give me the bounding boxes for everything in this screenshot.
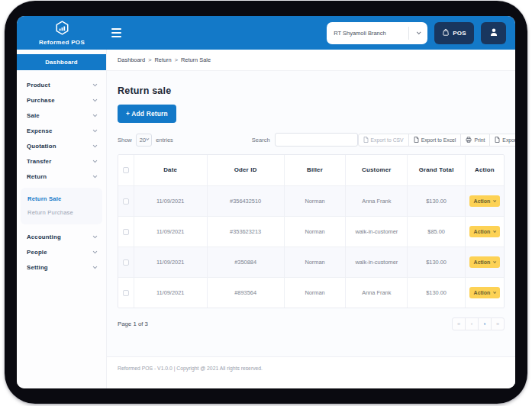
next-page-button[interactable]: › <box>478 317 492 330</box>
sidebar-item-sale[interactable]: Sale <box>17 108 106 123</box>
action-button[interactable]: Action <box>469 195 501 207</box>
cell-order-id: #350884 <box>207 246 284 277</box>
menu-toggle-icon[interactable] <box>111 28 121 37</box>
table-row: 11/09/2021 #350884 Norman walk-in-custom… <box>118 246 504 277</box>
select-all-checkbox[interactable] <box>123 167 129 173</box>
chevron-down-icon <box>493 229 496 232</box>
sidebar: Dashboard Product Purchase Sale Expense <box>17 50 107 388</box>
pagination-status: Page 1 of 3 <box>118 321 148 327</box>
cell-grand-total: $130.00 <box>408 246 466 277</box>
cell-date: 11/09/2021 <box>134 277 207 308</box>
column-header-customer: Customer <box>346 155 408 185</box>
page-title: Return sale <box>118 85 505 96</box>
sidebar-return-submenu: Return Sale Return Purchase <box>21 188 102 224</box>
column-header-action: Action <box>465 155 504 185</box>
cell-customer: walk-in-customer <box>346 246 408 277</box>
chevron-down-icon <box>93 159 97 163</box>
export-button-group: Export to CSV Export to Excel Print <box>358 134 515 147</box>
cell-biller: Norman <box>284 185 346 216</box>
action-button[interactable]: Action <box>469 226 501 237</box>
cell-biller: Norman <box>284 246 346 277</box>
user-avatar-button[interactable] <box>481 22 506 44</box>
breadcrumb-separator: > <box>175 56 178 63</box>
chevron-down-icon <box>93 250 97 253</box>
app-footer: Reformed POS - V1.0.0 | Copyright @ 2021… <box>107 356 515 388</box>
cell-order-id: #893564 <box>207 277 284 308</box>
user-icon <box>489 27 498 38</box>
sidebar-item-dashboard[interactable]: Dashboard <box>17 54 106 70</box>
export-excel-button[interactable]: Export to Excel <box>408 134 462 147</box>
breadcrumb-item-dashboard[interactable]: Dashboard <box>118 56 145 63</box>
sidebar-item-people[interactable]: People <box>17 244 106 259</box>
first-page-button[interactable]: « <box>452 317 466 330</box>
entries-select[interactable]: 20 <box>136 134 153 147</box>
entries-label: entries <box>156 137 173 143</box>
brand: Reformed POS <box>17 21 107 46</box>
chevron-down-icon <box>493 259 496 263</box>
cell-customer: Anna Frank <box>346 277 408 308</box>
cell-date: 11/09/2021 <box>134 185 207 216</box>
pos-button-label: POS <box>453 30 466 37</box>
chevron-down-icon <box>493 290 496 293</box>
entries-select-value: 20 <box>140 137 146 143</box>
cell-grand-total: $130.00 <box>408 185 466 216</box>
file-icon <box>414 137 419 143</box>
file-icon <box>363 137 369 143</box>
file-icon <box>495 137 500 143</box>
chevron-down-icon <box>93 98 97 102</box>
shopping-bag-icon <box>442 28 450 37</box>
sidebar-item-transfer[interactable]: Transfer <box>17 153 106 169</box>
row-checkbox[interactable] <box>123 259 129 266</box>
breadcrumb: Dashboard > Return > Return Sale <box>107 50 515 71</box>
add-return-button[interactable]: + Add Return <box>118 105 176 123</box>
row-checkbox[interactable] <box>123 198 129 205</box>
action-button[interactable]: Action <box>469 256 501 268</box>
branch-select-value: RT Shyamoli Branch <box>327 30 408 37</box>
sidebar-item-setting[interactable]: Setting <box>17 259 106 275</box>
row-checkbox[interactable] <box>123 290 129 296</box>
print-button[interactable]: Print <box>460 134 490 147</box>
table-row: 11/09/2021 #356432510 Norman Anna Frank … <box>118 185 504 216</box>
cell-biller: Norman <box>284 277 346 308</box>
export-csv-button[interactable]: Export to CSV <box>358 134 409 147</box>
column-header-order-id: Oder ID <box>207 155 284 185</box>
copyright-text: Reformed POS - V1.0.0 | Copyright @ 2021… <box>118 366 263 371</box>
pos-button[interactable]: POS <box>434 22 474 44</box>
show-label: Show <box>118 137 132 143</box>
breadcrumb-item-return[interactable]: Return <box>154 56 171 63</box>
search-input[interactable] <box>275 133 358 147</box>
column-header-biller: Biller <box>284 155 346 185</box>
cell-customer: walk-in-customer <box>346 216 408 246</box>
cell-date: 11/09/2021 <box>134 246 207 277</box>
chevron-down-icon <box>493 198 496 201</box>
export-pdf-button[interactable]: Export to PDF <box>489 134 515 147</box>
sidebar-item-product[interactable]: Product <box>17 77 106 92</box>
action-button[interactable]: Action <box>469 287 501 298</box>
sidebar-item-expense[interactable]: Expense <box>17 123 106 138</box>
cell-grand-total: $85.00 <box>408 216 466 246</box>
app-header: Reformed POS RT Shyamoli Branch POS <box>17 16 515 50</box>
sidebar-item-quotation[interactable]: Quotation <box>17 138 106 153</box>
chevron-down-icon <box>93 82 97 86</box>
previous-page-button[interactable]: ‹ <box>465 317 479 330</box>
sidebar-item-accounting[interactable]: Accounting <box>17 229 106 244</box>
chevron-down-icon <box>146 137 150 141</box>
branch-select[interactable]: RT Shyamoli Branch <box>327 22 427 44</box>
sidebar-subitem-return-sale[interactable]: Return Sale <box>27 195 95 202</box>
cell-biller: Norman <box>284 216 346 246</box>
cell-date: 11/09/2021 <box>134 216 207 246</box>
row-checkbox[interactable] <box>123 229 129 235</box>
cell-customer: Anna Frank <box>346 185 408 216</box>
sidebar-item-purchase[interactable]: Purchase <box>17 92 106 108</box>
last-page-button[interactable]: » <box>491 317 505 330</box>
column-header-date: Date <box>134 155 207 185</box>
sidebar-subitem-return-purchase[interactable]: Return Purchase <box>27 209 95 216</box>
column-header-grand-total: Grand Total <box>408 155 466 185</box>
cell-order-id: #353623213 <box>207 216 284 246</box>
app-logo-icon <box>55 21 69 38</box>
chevron-down-icon <box>93 265 97 269</box>
sidebar-item-return[interactable]: Return <box>17 169 106 184</box>
chevron-down-icon <box>93 113 97 117</box>
table-row: 11/09/2021 #353623213 Norman walk-in-cus… <box>118 216 504 246</box>
search-label: Search <box>252 137 270 143</box>
